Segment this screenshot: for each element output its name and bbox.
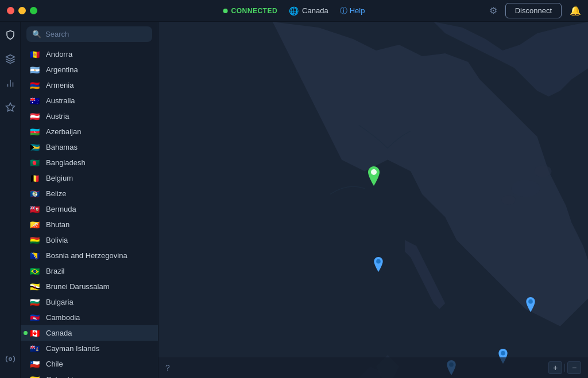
search-input-wrap[interactable]: 🔍 [26,26,152,42]
country-flag: 🇧🇷 [29,267,40,275]
list-item[interactable]: 🇧🇲Bermuda [21,201,158,217]
country-name: Austria [46,112,69,120]
list-item[interactable]: 🇧🇹Bhutan [21,217,158,232]
country-list: 🇦🇩Andorra🇦🇷Argentina🇦🇲Armenia🇦🇺Australia… [21,46,158,378]
country-flag: 🇦🇷 [29,65,40,74]
country-flag: 🇧🇦 [29,251,40,260]
list-item[interactable]: 🇰🇭Cambodia [21,310,158,325]
titlebar-right: ⚙ Disconnect 🔔 [489,3,581,18]
svg-marker-0 [6,55,14,60]
titlebar-center: CONNECTED 🌐 Canada ⓘ Help [223,6,365,16]
layers-nav-icon[interactable] [4,53,17,65]
help-circle-icon: ⓘ [340,6,347,16]
location-label: Canada [302,6,328,15]
country-flag: 🇧🇿 [29,189,40,198]
list-item[interactable]: 🇦🇲Armenia [21,77,158,93]
map-pin[interactable] [366,166,382,188]
country-name: Australia [46,96,75,105]
country-name: Cayman Islands [46,344,99,353]
maximize-button[interactable] [30,7,37,14]
country-panel: 🔍 🇦🇩Andorra🇦🇷Argentina🇦🇲Armenia🇦🇺Austral… [21,22,158,378]
zoom-controls: + − [548,361,581,374]
country-name: Brunei Darussalam [46,282,110,291]
svg-point-7 [511,180,540,197]
country-name: Bulgaria [46,298,74,306]
close-button[interactable] [7,7,14,14]
country-flag: 🇧🇸 [29,143,40,151]
traffic-lights [7,7,37,14]
list-item[interactable]: 🇨🇦Canada [21,325,158,341]
chart-nav-icon[interactable] [4,77,17,89]
country-flag: 🇦🇲 [29,81,40,89]
country-name: Bolivia [46,236,68,244]
country-name: Bahamas [46,143,78,151]
help-button[interactable]: ⓘ Help [340,6,365,16]
country-name: Cambodia [46,313,80,322]
list-item[interactable]: 🇦🇹Austria [21,108,158,124]
country-name: Colombia [46,375,78,378]
list-item[interactable]: 🇧🇴Bolivia [21,232,158,248]
country-name: Chile [46,360,63,368]
country-flag: 🇧🇬 [29,298,40,306]
search-icon: 🔍 [32,30,41,38]
list-item[interactable]: 🇦🇷Argentina [21,62,158,77]
svg-marker-4 [6,103,14,111]
list-item[interactable]: 🇨🇱Chile [21,356,158,372]
zoom-out-button[interactable]: − [567,361,581,374]
list-item[interactable]: 🇧🇪Belgium [21,170,158,186]
titlebar: CONNECTED 🌐 Canada ⓘ Help ⚙ Disconnect 🔔 [0,0,588,22]
shield-nav-icon[interactable] [4,29,17,41]
settings-nav-icon[interactable] [4,353,17,365]
settings-icon[interactable]: ⚙ [489,5,497,16]
star-nav-icon[interactable] [4,101,17,114]
list-item[interactable]: 🇨🇴Colombia [21,372,158,378]
location-pill[interactable]: 🌐 Canada [289,6,328,15]
minimize-button[interactable] [18,7,26,14]
list-item[interactable]: 🇧🇬Bulgaria [21,294,158,310]
map-bottom: ? + − [158,357,588,378]
list-item[interactable]: 🇧🇷Brazil [21,263,158,279]
help-question-icon[interactable]: ? [165,363,170,372]
search-input[interactable] [45,30,146,38]
svg-point-12 [528,299,533,304]
country-flag: 🇦🇺 [29,96,40,105]
list-item[interactable]: 🇧🇩Bangladesh [21,155,158,170]
list-item[interactable]: 🇰🇾Cayman Islands [21,341,158,356]
country-flag: 🇧🇪 [29,174,40,182]
country-flag: 🇨🇴 [29,375,40,378]
map-pin[interactable] [372,257,385,274]
sidebar-bottom [4,163,17,371]
disconnect-button[interactable]: Disconnect [505,3,562,18]
map-area: ? + − [158,22,588,378]
svg-point-10 [371,169,377,175]
search-bar: 🔍 [21,22,158,46]
svg-point-11 [376,259,381,264]
country-flag: 🇧🇳 [29,282,40,291]
bell-icon[interactable]: 🔔 [570,5,581,16]
connected-status: CONNECTED [223,7,278,15]
active-dot [24,331,28,335]
country-flag: 🇧🇩 [29,158,40,167]
list-item[interactable]: 🇦🇺Australia [21,93,158,108]
country-flag: 🇦🇹 [29,112,40,120]
country-flag: 🇰🇭 [29,313,40,322]
map-pin[interactable] [524,297,537,314]
country-name: Andorra [46,50,72,59]
zoom-divider [564,364,565,372]
list-item[interactable]: 🇧🇳Brunei Darussalam [21,279,158,294]
list-item[interactable]: 🇧🇦Bosnia and Herzegovina [21,248,158,263]
country-flag: 🇨🇱 [29,360,40,368]
country-name: Armenia [46,81,74,89]
country-flag: 🇨🇦 [29,329,40,337]
svg-point-9 [501,195,515,204]
country-name: Canada [46,329,72,337]
country-flag: 🇧🇹 [29,220,40,229]
connected-dot [223,9,228,13]
list-item[interactable]: 🇧🇿Belize [21,186,158,201]
main-content: 🔍 🇦🇩Andorra🇦🇷Argentina🇦🇲Armenia🇦🇺Austral… [0,22,588,378]
zoom-in-button[interactable]: + [548,361,562,374]
country-name: Azerbaijan [46,127,81,136]
list-item[interactable]: 🇦🇿Azerbaijan [21,124,158,139]
list-item[interactable]: 🇦🇩Andorra [21,46,158,62]
list-item[interactable]: 🇧🇸Bahamas [21,139,158,155]
